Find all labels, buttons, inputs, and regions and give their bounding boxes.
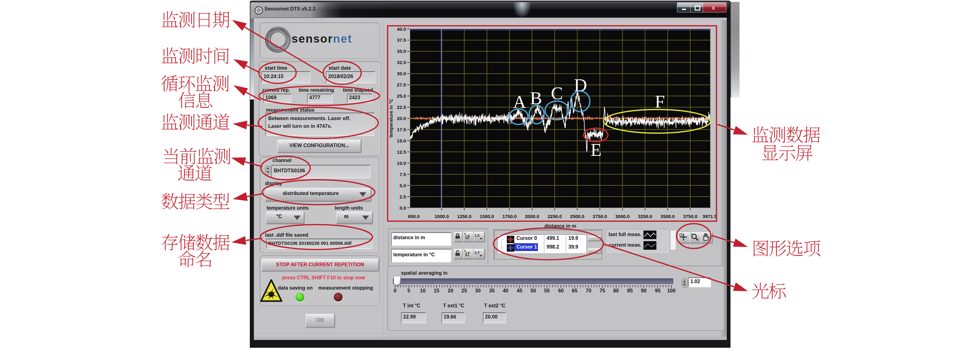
svg-text:22.5: 22.5 (397, 105, 406, 110)
svg-text:1250.0: 1250.0 (457, 214, 471, 219)
svg-text:1.X: 1.X (474, 233, 480, 237)
svg-text:3000.0: 3000.0 (616, 214, 630, 219)
svg-text:temperature in °C: temperature in °C (388, 98, 393, 138)
svg-text:1750.0: 1750.0 (503, 214, 517, 219)
svg-text:35.0: 35.0 (397, 49, 406, 54)
svg-text:5.0: 5.0 (399, 183, 406, 188)
svg-text:3500.0: 3500.0 (660, 214, 675, 219)
svg-text:20.0: 20.0 (397, 116, 406, 121)
svg-text:2000.0: 2000.0 (525, 214, 539, 219)
svg-text:3250.0: 3250.0 (638, 214, 652, 219)
svg-text:30.0: 30.0 (397, 71, 406, 76)
svg-text:2500.0: 2500.0 (570, 214, 585, 219)
svg-text:37.5: 37.5 (397, 37, 406, 43)
svg-text:X: X (467, 234, 470, 239)
svg-text:1.Y: 1.Y (474, 251, 480, 254)
svg-text:7.5: 7.5 (399, 172, 406, 177)
svg-text:1000.0: 1000.0 (434, 214, 449, 219)
svg-text:3971.5: 3971.5 (703, 214, 716, 219)
svg-text:15.0: 15.0 (397, 138, 406, 143)
svg-text:12.5: 12.5 (397, 149, 406, 155)
svg-text:3750.0: 3750.0 (683, 214, 697, 219)
svg-text:10.0: 10.0 (397, 160, 406, 166)
svg-text:2750.0: 2750.0 (593, 214, 607, 219)
svg-text:25.0: 25.0 (397, 93, 406, 98)
svg-text:0.0: 0.0 (399, 205, 406, 211)
svg-text:650.0: 650.0 (408, 214, 420, 219)
svg-text:40.0: 40.0 (397, 27, 406, 32)
svg-text:32.5: 32.5 (397, 60, 406, 65)
svg-text:Y: Y (467, 251, 470, 256)
svg-text:17.5: 17.5 (397, 127, 406, 132)
svg-text:1500.0: 1500.0 (480, 214, 494, 219)
svg-text:27.5: 27.5 (397, 82, 406, 87)
svg-text:2250.0: 2250.0 (547, 214, 562, 219)
svg-text:2.5: 2.5 (399, 194, 406, 199)
